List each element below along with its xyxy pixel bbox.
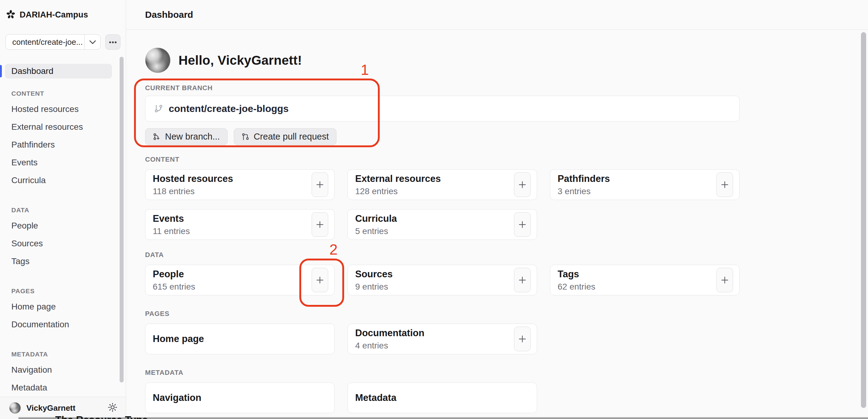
sidebar-item-pathfinders[interactable]: Pathfinders: [0, 136, 126, 154]
card-entry-count: 615 entries: [153, 282, 327, 292]
main-scroll-area: Hello, VickyGarnett! CURRENT BRANCH cont…: [126, 30, 868, 419]
plus-icon: [720, 275, 730, 285]
sidebar-item-hosted-resources[interactable]: Hosted resources: [0, 100, 126, 118]
card-pathfinders[interactable]: Pathfinders 3 entries: [550, 169, 740, 200]
card-events[interactable]: Events 11 entries: [145, 209, 335, 240]
add-events-button[interactable]: [312, 212, 328, 237]
card-title: People: [153, 269, 327, 280]
git-branch-plus-icon: [153, 132, 161, 141]
card-title: Metadata: [355, 392, 529, 403]
active-indicator-bar: [0, 65, 2, 77]
current-branch-box: content/create-joe-bloggs: [145, 96, 740, 121]
card-sources[interactable]: Sources 9 entries: [347, 265, 537, 295]
card-entry-count: 128 entries: [355, 186, 529, 196]
sidebar: DARIAH-Campus content/create-joe... D: [0, 0, 126, 419]
sidebar-item-navigation[interactable]: Navigation: [0, 361, 126, 379]
card-hosted-resources[interactable]: Hosted resources 118 entries: [145, 169, 335, 200]
sidebar-item-curricula[interactable]: Curricula: [0, 172, 126, 189]
dariah-flower-icon: [6, 10, 16, 20]
branch-select[interactable]: content/create-joe...: [5, 34, 101, 50]
add-hosted-resources-button[interactable]: [312, 172, 328, 197]
sidebar-scrollbar-thumb[interactable]: [120, 57, 124, 383]
card-navigation[interactable]: Navigation: [145, 383, 335, 413]
plus-icon: [518, 180, 527, 189]
app-root: DARIAH-Campus content/create-joe... D: [0, 0, 868, 419]
card-title: Curricula: [355, 213, 529, 224]
user-avatar: [9, 402, 21, 414]
add-curricula-button[interactable]: [514, 212, 531, 237]
card-documentation[interactable]: Documentation 4 entries: [347, 324, 537, 354]
card-title: Pathfinders: [558, 173, 732, 184]
greeting-avatar: [145, 48, 170, 73]
card-title: Sources: [355, 269, 529, 280]
app-name: DARIAH-Campus: [20, 10, 88, 20]
sidebar-nav: CONTENT Hosted resources External resour…: [0, 90, 126, 397]
sidebar-section: METADATA Navigation Metadata: [0, 351, 126, 397]
sidebar-item-people[interactable]: People: [0, 217, 126, 235]
add-pathfinders-button[interactable]: [716, 172, 733, 197]
plus-icon: [518, 275, 527, 285]
new-branch-button[interactable]: New branch...: [145, 128, 227, 145]
plus-icon: [518, 334, 527, 343]
card-home-page[interactable]: Home page: [145, 324, 335, 354]
branch-more-button[interactable]: [105, 34, 121, 50]
plus-icon: [315, 220, 324, 229]
card-title: Events: [153, 213, 327, 224]
sidebar-section-label: CONTENT: [0, 90, 126, 97]
new-branch-label: New branch...: [165, 131, 220, 142]
card-title: Documentation: [355, 328, 529, 339]
add-people-button[interactable]: [312, 268, 328, 292]
page-title: Dashboard: [145, 9, 193, 20]
main-area: Dashboard Hello, VickyGarnett! CURRENT B…: [126, 0, 868, 419]
bottom-edge-overlay: The Resource Type: [0, 414, 868, 419]
ellipsis-icon: [109, 39, 117, 45]
card-title: External resources: [355, 173, 529, 184]
theme-toggle-button[interactable]: [108, 403, 117, 413]
card-external-resources[interactable]: External resources 128 entries: [347, 169, 537, 200]
collection-section: PAGES Home page Documentation 4 entries: [145, 310, 740, 354]
sidebar-item-external-resources[interactable]: External resources: [0, 118, 126, 136]
plus-icon: [720, 180, 730, 189]
sidebar-item-label: Dashboard: [11, 66, 53, 76]
cutoff-tooltip-text: The Resource Type: [55, 414, 148, 419]
collection-section: DATA People 615 entries Sources 9 entrie…: [145, 251, 740, 295]
sidebar-section: CONTENT Hosted resources External resour…: [0, 90, 126, 189]
card-entry-count: 118 entries: [153, 186, 327, 196]
sidebar-item-sources[interactable]: Sources: [0, 235, 126, 252]
branch-actions: New branch... Create pull request: [145, 128, 740, 145]
sidebar-item-events[interactable]: Events: [0, 154, 126, 172]
greeting-row: Hello, VickyGarnett!: [145, 48, 740, 73]
card-entry-count: 9 entries: [355, 282, 529, 292]
card-tags[interactable]: Tags 62 entries: [550, 265, 740, 295]
sidebar-scroll-area: DARIAH-Campus content/create-joe... D: [0, 0, 126, 397]
card-entry-count: 5 entries: [355, 227, 529, 236]
sidebar-section: DATA People Sources Tags: [0, 206, 126, 270]
add-documentation-button[interactable]: [514, 327, 531, 351]
card-metadata[interactable]: Metadata: [347, 383, 537, 413]
sidebar-section-label: PAGES: [0, 288, 126, 295]
card-curricula[interactable]: Curricula 5 entries: [347, 209, 537, 240]
add-tags-button[interactable]: [716, 268, 733, 292]
git-pull-request-icon: [241, 132, 250, 141]
add-sources-button[interactable]: [514, 268, 531, 292]
collection-section-label: DATA: [145, 251, 740, 258]
sidebar-item-dashboard[interactable]: Dashboard: [5, 64, 112, 79]
main-scrollbar-thumb[interactable]: [861, 32, 866, 408]
card-entry-count: 3 entries: [558, 186, 732, 196]
card-title: Home page: [153, 333, 327, 345]
plus-icon: [315, 275, 324, 285]
collection-section-label: PAGES: [145, 310, 740, 317]
sidebar-item-tags[interactable]: Tags: [0, 252, 126, 270]
card-people[interactable]: People 615 entries: [145, 265, 335, 295]
sidebar-item-metadata[interactable]: Metadata: [0, 379, 126, 397]
sidebar-item-home-page[interactable]: Home page: [0, 298, 126, 316]
create-pull-request-label: Create pull request: [254, 131, 329, 142]
sidebar-item-documentation[interactable]: Documentation: [0, 316, 126, 333]
current-branch-label: CURRENT BRANCH: [145, 85, 740, 91]
collection-section-label: CONTENT: [145, 156, 740, 163]
sidebar-section-label: DATA: [0, 206, 126, 214]
create-pull-request-button[interactable]: Create pull request: [234, 128, 337, 145]
card-entry-count: 4 entries: [355, 341, 529, 351]
main-header: Dashboard: [126, 0, 868, 30]
add-external-resources-button[interactable]: [514, 172, 531, 197]
